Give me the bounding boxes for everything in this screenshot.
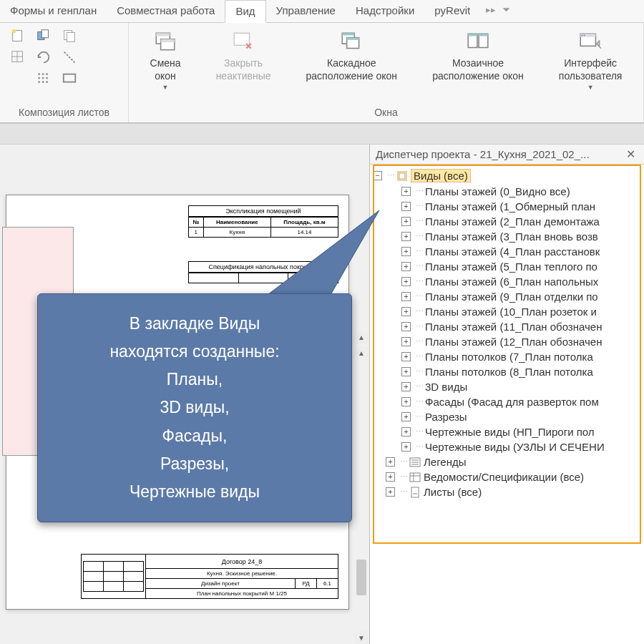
- sheet-viewport-icon[interactable]: [57, 69, 82, 89]
- expand-icon[interactable]: [386, 472, 395, 482]
- tree-view-item[interactable]: ⋯Планы этажей (12_План обозначен: [370, 334, 644, 349]
- svg-rect-45: [410, 473, 420, 482]
- tree-view-item[interactable]: ⋯Фасады (Фасад для разверток пом: [370, 394, 644, 409]
- expand-icon[interactable]: [401, 262, 411, 271]
- schedule1-title: Экспликация помещений: [188, 205, 338, 217]
- tree-view-item[interactable]: ⋯Планы этажей (0_Видно все): [370, 184, 644, 199]
- tree-sheets[interactable]: ⋯ Листы (все): [370, 484, 644, 499]
- expand-icon[interactable]: [401, 412, 411, 421]
- switch-windows-button[interactable]: Смена окон ▼: [146, 29, 185, 92]
- sheet-guide-icon[interactable]: [6, 47, 30, 67]
- expand-icon[interactable]: [386, 487, 395, 497]
- tab-collab[interactable]: Совместная работа: [107, 0, 225, 22]
- tree-view-item[interactable]: ⋯Планы этажей (6_План напольных: [370, 274, 644, 289]
- panel-title: Диспетчер проекта - 21_Кухня_2021_02_...: [376, 148, 623, 160]
- svg-point-16: [38, 81, 40, 83]
- close-icon[interactable]: ✕: [623, 147, 638, 161]
- svg-rect-3: [42, 30, 48, 38]
- svg-point-10: [38, 73, 40, 75]
- tab-overflow[interactable]: ▸▸ ⏷: [480, 0, 516, 22]
- collapse-icon[interactable]: [373, 171, 382, 180]
- schedule2-title: Спецификация напольных покрытий: [188, 261, 338, 273]
- svg-point-13: [38, 77, 40, 79]
- svg-rect-22: [161, 39, 175, 42]
- schedule-icon: [409, 472, 421, 483]
- expand-icon[interactable]: [401, 367, 411, 376]
- expand-icon[interactable]: [401, 322, 411, 331]
- svg-point-17: [42, 81, 44, 83]
- expand-icon[interactable]: [401, 217, 411, 226]
- svg-point-18: [46, 81, 48, 83]
- expand-icon[interactable]: [401, 292, 411, 301]
- tab-pyrevit[interactable]: pyRevit: [424, 0, 480, 22]
- tree-view-item[interactable]: ⋯Планы этажей (4_План расстановк: [370, 244, 644, 259]
- expand-icon[interactable]: [401, 352, 411, 361]
- tree-view-item[interactable]: ⋯Планы этажей (5_План теплого по: [370, 259, 644, 274]
- tree-root-views[interactable]: ⋯ Виды (все): [370, 167, 644, 184]
- svg-rect-40: [399, 173, 405, 179]
- tree-view-item[interactable]: ⋯Планы потолков (7_План потолка: [370, 349, 644, 364]
- tab-view[interactable]: Вид: [225, 0, 265, 23]
- expand-icon[interactable]: [401, 232, 411, 241]
- sheet-copy-icon[interactable]: [57, 26, 82, 46]
- sheet-icon: [409, 487, 421, 498]
- tree-view-item[interactable]: ⋯Планы потолков (8_План потолка: [370, 364, 644, 379]
- sheet-grid-icon[interactable]: [31, 69, 56, 89]
- svg-point-15: [46, 77, 48, 79]
- sheet-matchline-icon[interactable]: [57, 47, 82, 67]
- svg-line-9: [64, 52, 75, 63]
- svg-rect-48: [411, 487, 419, 497]
- legend-icon: [409, 457, 421, 468]
- tutorial-callout: В закладке Виды находятся созданные: Пла…: [37, 293, 352, 522]
- group-sheets-label: Композиция листов: [6, 105, 122, 119]
- scrollbar-vertical[interactable]: ▲ ≡ ▲ ▼: [355, 331, 368, 644]
- svg-point-14: [42, 77, 44, 79]
- expand-icon[interactable]: [401, 307, 411, 316]
- svg-rect-5: [67, 32, 74, 42]
- sheet-dup-icon[interactable]: [31, 26, 56, 46]
- tile-button[interactable]: Мозаичное расположение окон: [428, 29, 528, 84]
- project-tree[interactable]: ⋯ Виды (все) ⋯Планы этажей (0_Видно все)…: [370, 165, 644, 644]
- project-browser-panel: Диспетчер проекта - 21_Кухня_2021_02_...…: [369, 145, 644, 644]
- expand-icon[interactable]: [401, 202, 411, 211]
- tree-view-item[interactable]: ⋯Чертежные виды (НП_Пироги пол: [370, 424, 644, 439]
- expand-icon[interactable]: [401, 427, 411, 436]
- user-interface-button[interactable]: Интерфейс пользователя ▼: [555, 29, 627, 92]
- sheet-revision-icon[interactable]: [31, 47, 56, 67]
- svg-point-1: [12, 29, 16, 34]
- cascade-button[interactable]: Каскадное расположение окон: [302, 29, 402, 84]
- tab-addins[interactable]: Надстройки: [346, 0, 424, 22]
- expand-icon[interactable]: [401, 247, 411, 256]
- expand-icon[interactable]: [401, 187, 411, 196]
- ribbon-body: Композиция листов Смена окон ▼ Закрыть н…: [0, 23, 644, 123]
- tree-view-item[interactable]: ⋯Планы этажей (9_План отделки по: [370, 289, 644, 304]
- tree-view-item[interactable]: ⋯Планы этажей (10_План розеток и: [370, 304, 644, 319]
- tree-view-item[interactable]: ⋯Планы этажей (1_Обмерный план: [370, 199, 644, 214]
- tree-view-item[interactable]: ⋯Планы этажей (3_План вновь возв: [370, 229, 644, 244]
- svg-rect-29: [343, 33, 355, 35]
- svg-rect-33: [468, 34, 477, 36]
- tree-view-item[interactable]: ⋯Разрезы: [370, 409, 644, 424]
- close-inactive-button: Закрыть неактивные: [212, 29, 275, 84]
- svg-point-38: [584, 34, 585, 36]
- sheet-new-icon[interactable]: [6, 26, 30, 46]
- svg-rect-30: [347, 38, 359, 40]
- tree-view-item[interactable]: ⋯Планы этажей (11_План обозначен: [370, 319, 644, 334]
- expand-icon[interactable]: [386, 457, 395, 467]
- views-icon: [396, 170, 408, 182]
- tree-view-item[interactable]: ⋯Чертежные виды (УЗЛЫ И СЕЧЕНИ: [370, 439, 644, 454]
- tab-forms[interactable]: Формы и генплан: [0, 0, 107, 22]
- svg-rect-23: [156, 33, 170, 36]
- chevron-down-icon: ▼: [162, 84, 169, 91]
- expand-icon[interactable]: [401, 277, 411, 286]
- tree-legends[interactable]: ⋯ Легенды: [370, 454, 644, 469]
- group-windows-label: Окна: [135, 105, 638, 119]
- expand-icon[interactable]: [401, 382, 411, 391]
- tree-view-item[interactable]: ⋯Планы этажей (2_План демонтажа: [370, 214, 644, 229]
- expand-icon[interactable]: [401, 397, 411, 406]
- tree-view-item[interactable]: ⋯3D виды: [370, 379, 644, 394]
- tree-schedules[interactable]: ⋯ Ведомости/Спецификации (все): [370, 469, 644, 484]
- expand-icon[interactable]: [401, 337, 411, 346]
- tab-manage[interactable]: Управление: [266, 0, 346, 22]
- expand-icon[interactable]: [401, 442, 411, 452]
